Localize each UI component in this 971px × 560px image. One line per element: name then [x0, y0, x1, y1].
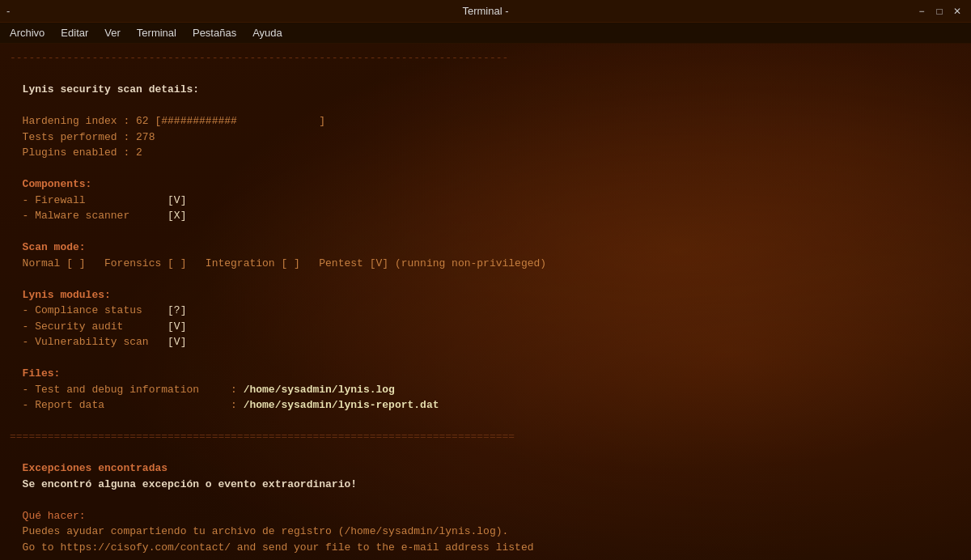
separator-top: ----------------------------------------… [10, 50, 961, 66]
window-controls: − □ ✕ [914, 4, 965, 19]
components-label: Components: [10, 176, 961, 193]
blank-line-3 [10, 161, 961, 177]
terminal-body[interactable]: ----------------------------------------… [0, 44, 971, 560]
hardening-index-line: Hardening index : 62 [############ ] [10, 113, 961, 129]
tests-performed-line: Tests performed : 278 [10, 129, 961, 146]
menu-archivo[interactable]: Archivo [3, 25, 51, 40]
menu-ayuda[interactable]: Ayuda [246, 25, 289, 40]
plugins-enabled-line: Plugins enabled : 2 [10, 145, 961, 161]
malware-line: - Malware scanner [X] [10, 208, 961, 224]
report-data-line: - Report data : /home/sysadmin/lynis-rep… [10, 397, 961, 414]
compliance-line: - Compliance status [?] [10, 303, 961, 319]
scan-mode-line: Normal [ ] Forensics [ ] Integration [ ]… [10, 256, 961, 272]
blank-line-4 [10, 224, 961, 240]
menu-terminal[interactable]: Terminal [130, 25, 183, 40]
terminal-content[interactable]: ----------------------------------------… [0, 44, 971, 560]
what-label: Qué hacer: [10, 508, 961, 524]
what-line1: Puedes ayudar compartiendo tu archivo de… [10, 524, 961, 540]
exception-title: Excepciones encontradas [10, 460, 961, 477]
blank-line-1 [10, 66, 961, 83]
separator-2: ========================================… [10, 429, 961, 445]
blank-line-2 [10, 98, 961, 114]
scan-mode-label: Scan mode: [10, 240, 961, 256]
blank-line-7 [10, 414, 961, 430]
firewall-line: - Firewall [V] [10, 193, 961, 209]
minimize-button[interactable]: − [914, 4, 929, 19]
blank-line-10 [10, 555, 961, 560]
menu-ver[interactable]: Ver [98, 25, 127, 40]
blank-line-6 [10, 350, 961, 367]
blank-line-8 [10, 445, 961, 461]
vuln-scan-line: - Vulnerability scan [V] [10, 334, 961, 350]
titlebar: - Terminal - − □ ✕ [0, 0, 971, 23]
exception-msg: Se encontró alguna excepción o evento ex… [10, 477, 961, 493]
titlebar-title: Terminal - [462, 5, 508, 17]
menu-pestanas[interactable]: Pestañas [186, 25, 243, 40]
menu-editar[interactable]: Editar [54, 25, 95, 40]
security-audit-line: - Security audit [V] [10, 319, 961, 335]
titlebar-app-dash: - [6, 5, 10, 17]
test-debug-line: - Test and debug information : /home/sys… [10, 382, 961, 398]
scan-details-label: Lynis security scan details: [10, 82, 961, 98]
blank-line-5 [10, 271, 961, 287]
lynis-modules-label: Lynis modules: [10, 287, 961, 303]
files-label: Files: [10, 366, 961, 382]
maximize-button[interactable]: □ [932, 4, 947, 19]
what-line2: Go to https://cisofy.com/contact/ and se… [10, 540, 961, 556]
blank-line-9 [10, 492, 961, 508]
menubar: Archivo Editar Ver Terminal Pestañas Ayu… [0, 23, 971, 44]
close-button[interactable]: ✕ [950, 4, 965, 19]
